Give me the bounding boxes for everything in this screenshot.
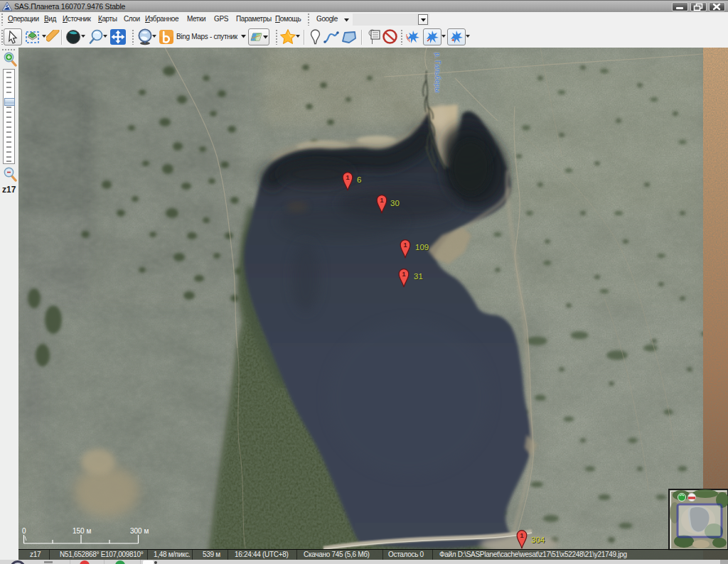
svg-text:1: 1: [404, 242, 407, 249]
svg-text:р. Гильберы: р. Гильберы: [434, 53, 441, 93]
svg-text:31: 31: [414, 272, 423, 281]
svg-text:0: 0: [22, 527, 26, 535]
svg-text:304: 304: [531, 536, 545, 544]
svg-text:1: 1: [380, 197, 384, 204]
svg-text:30: 30: [390, 199, 400, 207]
svg-text:1: 1: [520, 532, 524, 539]
svg-text:1: 1: [346, 174, 350, 181]
svg-text:1: 1: [402, 271, 406, 278]
svg-text:109: 109: [415, 243, 429, 251]
svg-text:300 м: 300 м: [130, 527, 149, 535]
svg-text:6: 6: [357, 175, 361, 184]
svg-text:150 м: 150 м: [73, 527, 91, 535]
